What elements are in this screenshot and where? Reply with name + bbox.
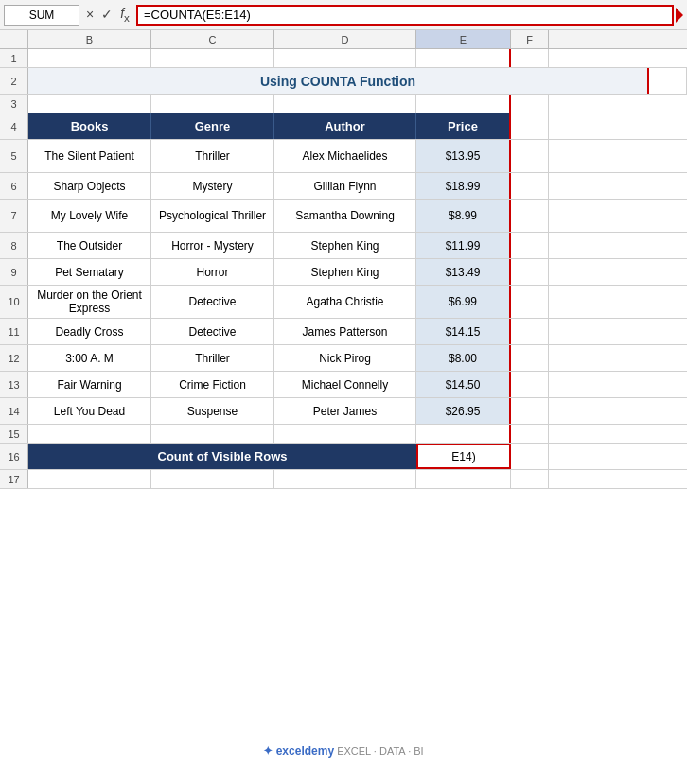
- cell-c10[interactable]: Detective: [151, 286, 274, 318]
- cell-d5[interactable]: Alex Michaelides: [274, 140, 416, 172]
- row-13: 13 Fair Warning Crime Fiction Michael Co…: [0, 372, 687, 398]
- row-num-14: 14: [0, 398, 28, 424]
- cell-c17[interactable]: [151, 470, 274, 488]
- cell-e8[interactable]: $11.99: [416, 233, 511, 258]
- cell-e6[interactable]: $18.99: [416, 173, 511, 199]
- col-header-d[interactable]: D: [274, 30, 416, 48]
- cell-d6[interactable]: Gillian Flynn: [274, 173, 416, 199]
- confirm-icon[interactable]: ✓: [98, 7, 115, 22]
- cell-f7[interactable]: [511, 200, 549, 232]
- cell-f11[interactable]: [511, 319, 549, 344]
- cell-f17[interactable]: [511, 470, 549, 488]
- cell-b17[interactable]: [28, 470, 151, 488]
- cell-d10[interactable]: Agatha Christie: [274, 286, 416, 318]
- row-num-13: 13: [0, 372, 28, 397]
- cell-b13[interactable]: Fair Warning: [28, 372, 151, 397]
- cell-b9[interactable]: Pet Sematary: [28, 259, 151, 285]
- cell-e12[interactable]: $8.00: [416, 345, 511, 371]
- cell-d14[interactable]: Peter James: [274, 398, 416, 424]
- name-box[interactable]: SUM: [4, 5, 79, 26]
- cell-f4[interactable]: [511, 113, 549, 139]
- cell-c8[interactable]: Horror - Mystery: [151, 233, 274, 258]
- cell-f14[interactable]: [511, 398, 549, 424]
- col-header-f[interactable]: F: [511, 30, 549, 48]
- row-3: 3: [0, 95, 687, 113]
- count-value[interactable]: E14): [416, 444, 511, 469]
- cell-e7[interactable]: $8.99: [416, 200, 511, 232]
- cell-b6[interactable]: Sharp Objects: [28, 173, 151, 199]
- cell-d17[interactable]: [274, 470, 416, 488]
- cell-e14[interactable]: $26.95: [416, 398, 511, 424]
- cell-f6[interactable]: [511, 173, 549, 199]
- cell-d13[interactable]: Michael Connelly: [274, 372, 416, 397]
- header-author: Author: [274, 113, 416, 139]
- cell-f2[interactable]: [649, 68, 687, 94]
- cell-d15[interactable]: [274, 425, 416, 443]
- header-books: Books: [28, 113, 151, 139]
- row-num-16: 16: [0, 444, 28, 469]
- cell-c12[interactable]: Thriller: [151, 345, 274, 371]
- cell-f1[interactable]: [511, 49, 549, 67]
- cell-f9[interactable]: [511, 259, 549, 285]
- cell-f5[interactable]: [511, 140, 549, 172]
- cell-e13[interactable]: $14.50: [416, 372, 511, 397]
- cell-d11[interactable]: James Patterson: [274, 319, 416, 344]
- formula-arrow: [676, 8, 683, 23]
- cell-b10[interactable]: Murder on the Orient Express: [28, 286, 151, 318]
- row-num-2: 2: [0, 68, 28, 94]
- row-1: 1: [0, 49, 687, 68]
- cell-c5[interactable]: Thriller: [151, 140, 274, 172]
- cell-b5[interactable]: The Silent Patient: [28, 140, 151, 172]
- cell-c1[interactable]: [151, 49, 274, 67]
- cell-e9[interactable]: $13.49: [416, 259, 511, 285]
- cell-b8[interactable]: The Outsider: [28, 233, 151, 258]
- cancel-icon[interactable]: ×: [83, 7, 97, 22]
- cell-f16[interactable]: [511, 444, 549, 469]
- corner-cell: [0, 30, 28, 48]
- cell-b15[interactable]: [28, 425, 151, 443]
- row-num-12: 12: [0, 345, 28, 371]
- cell-e15[interactable]: [416, 425, 511, 443]
- cell-e11[interactable]: $14.15: [416, 319, 511, 344]
- cell-f13[interactable]: [511, 372, 549, 397]
- cell-b3[interactable]: [28, 95, 151, 113]
- cell-f15[interactable]: [511, 425, 549, 443]
- cell-b1[interactable]: [28, 49, 151, 67]
- cell-c14[interactable]: Suspense: [151, 398, 274, 424]
- cell-d12[interactable]: Nick Pirog: [274, 345, 416, 371]
- cell-e5[interactable]: $13.95: [416, 140, 511, 172]
- cell-e1[interactable]: [416, 49, 511, 67]
- cell-e3[interactable]: [416, 95, 511, 113]
- insert-function-icon[interactable]: fx: [117, 6, 132, 24]
- row-num-4: 4: [0, 113, 28, 139]
- cell-b12[interactable]: 3:00 A. M: [28, 345, 151, 371]
- formula-bar-area: SUM × ✓ fx: [0, 0, 687, 30]
- col-header-c[interactable]: C: [151, 30, 274, 48]
- title-merged: Using COUNTA Function: [28, 68, 649, 94]
- cell-c11[interactable]: Detective: [151, 319, 274, 344]
- cell-d7[interactable]: Samantha Downing: [274, 200, 416, 232]
- cell-d1[interactable]: [274, 49, 416, 67]
- cell-c9[interactable]: Horror: [151, 259, 274, 285]
- cell-f8[interactable]: [511, 233, 549, 258]
- cell-b7[interactable]: My Lovely Wife: [28, 200, 151, 232]
- cell-e10[interactable]: $6.99: [416, 286, 511, 318]
- cell-c3[interactable]: [151, 95, 274, 113]
- cell-f12[interactable]: [511, 345, 549, 371]
- cell-d3[interactable]: [274, 95, 416, 113]
- column-headers: B C D E F: [0, 30, 687, 49]
- cell-b14[interactable]: Left You Dead: [28, 398, 151, 424]
- cell-c13[interactable]: Crime Fiction: [151, 372, 274, 397]
- cell-d8[interactable]: Stephen King: [274, 233, 416, 258]
- col-header-b[interactable]: B: [28, 30, 151, 48]
- col-header-e[interactable]: E: [416, 30, 511, 48]
- cell-f3[interactable]: [511, 95, 549, 113]
- formula-input[interactable]: [136, 5, 674, 26]
- cell-c15[interactable]: [151, 425, 274, 443]
- cell-b11[interactable]: Deadly Cross: [28, 319, 151, 344]
- cell-f10[interactable]: [511, 286, 549, 318]
- cell-d9[interactable]: Stephen King: [274, 259, 416, 285]
- cell-e17[interactable]: [416, 470, 511, 488]
- cell-c6[interactable]: Mystery: [151, 173, 274, 199]
- cell-c7[interactable]: Psychological Thriller: [151, 200, 274, 232]
